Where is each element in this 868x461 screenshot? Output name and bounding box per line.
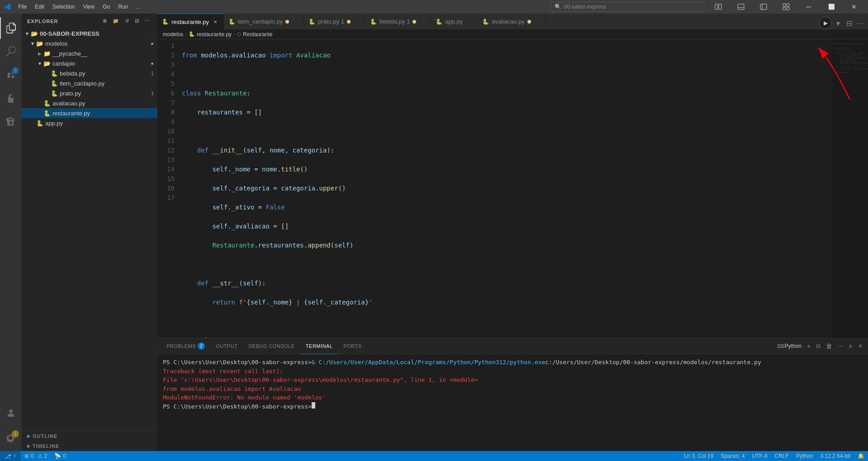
ports-label: PORTS [343, 343, 361, 349]
breadcrumb-class[interactable]: Restaurante [243, 31, 272, 38]
menu-selection[interactable]: Selection [49, 3, 78, 11]
editor-area: 🐍 restaurante.py ✕ 🐍 item_cardapio.py ✕ … [157, 14, 868, 451]
encoding-label: UTF-8 [752, 453, 768, 459]
tab-problems[interactable]: PROBLEMS 2 [161, 338, 210, 354]
tree-item-modelos[interactable]: ▼ 📂 modelos ● [22, 38, 157, 48]
menu-view[interactable]: View [79, 3, 98, 11]
terminal-content[interactable]: PS C:\Users\User\Desktop\00-sabor-expres… [157, 354, 868, 451]
activity-source-control[interactable]: 3 [0, 64, 22, 86]
tree-item-bebida[interactable]: 🐍 bebida.py 1 [22, 68, 157, 78]
python-file-icon: 🐍 [370, 19, 377, 25]
editor-content[interactable]: 12345 678910 1112131415 1617 from modelo… [157, 39, 832, 338]
toggle-panel-btn[interactable] [730, 0, 751, 14]
spaces-indicator[interactable]: Spaces: 4 [717, 451, 748, 461]
search-bar[interactable]: 🔍 00-sabor-express [550, 2, 704, 12]
close-btn[interactable]: ✕ [844, 0, 864, 14]
modified-badge: ● [151, 41, 157, 46]
encoding-indicator[interactable]: UTF-8 [749, 451, 771, 461]
maximize-btn[interactable]: ⬜ [821, 0, 842, 14]
more-tabs-btn[interactable]: ⋯ [855, 19, 864, 28]
remote-indicator[interactable]: 📡 0 [51, 451, 70, 461]
language-label: Python [796, 453, 813, 459]
code-editor[interactable]: from modelos.avaliacao import Avaliacao … [180, 39, 832, 338]
activity-extensions[interactable] [0, 111, 22, 133]
tree-root-folder[interactable]: ▼ 📂 00-SABOR-EXPRESS [22, 29, 157, 38]
python-version[interactable]: 3.12.2 64-bit [816, 451, 854, 461]
git-branch[interactable]: ⎇ ⑂ [0, 451, 21, 461]
outline-section[interactable]: ▶ OUTLINE [22, 431, 157, 441]
window-controls: ─ ⬜ ✕ [708, 0, 864, 14]
tab-debug-console[interactable]: DEBUG CONSOLE [243, 338, 300, 354]
notification-bell[interactable]: 🔔 [854, 451, 868, 461]
tree-item-pycache[interactable]: ▶ 📁 __pycache__ [22, 48, 157, 58]
run-dropdown-btn[interactable]: ▾ [834, 19, 843, 28]
breadcrumb-modelos[interactable]: modelos [163, 31, 183, 38]
timeline-section[interactable]: ▶ TIMELINE [22, 441, 157, 451]
search-icon: 🔍 [555, 4, 561, 10]
tree-item-cardapio[interactable]: ▼ 📂 cardapio ● [22, 58, 157, 68]
tree-item-app[interactable]: 🐍 app.py [22, 118, 157, 128]
sidebar: EXPLORER ⊕ 📁 ↺ ⊟ ⋯ ▼ 📂 00-SABOR-EXPRESS … [22, 14, 157, 451]
terminal-line-2: Traceback (most recent call last): [163, 367, 863, 376]
refresh-btn[interactable]: ↺ [123, 17, 131, 25]
activity-debug[interactable] [0, 88, 22, 109]
split-terminal-btn[interactable]: ⊟ [814, 342, 822, 350]
menu-more[interactable]: ... [133, 3, 144, 11]
tab-app[interactable]: 🐍 app.py ✕ [431, 14, 478, 29]
folder-open-icon: 📂 [43, 60, 51, 67]
activity-explorer[interactable] [0, 17, 22, 39]
layout-btn[interactable] [776, 0, 797, 14]
terminal-line-5: ModuleNotFoundError: No module named 'mo… [163, 393, 863, 402]
activity-account[interactable] [0, 402, 22, 424]
tab-output[interactable]: OUTPUT [210, 338, 243, 354]
activity-bar: 3 1 [0, 14, 22, 451]
tab-avaliacao[interactable]: 🐍 avaliacao.py ✕ [478, 14, 545, 29]
warning-count: 2 [44, 453, 47, 459]
tab-terminal[interactable]: TERMINAL [300, 338, 338, 354]
python-file-icon: 🐍 [228, 19, 235, 25]
more-actions-btn[interactable]: ⋯ [143, 17, 152, 25]
warning-icon: ⚠ [38, 453, 43, 459]
new-terminal-btn[interactable]: + [805, 342, 812, 351]
svg-rect-0 [715, 4, 718, 10]
more-terminal-btn[interactable]: ⋯ [836, 342, 845, 350]
activity-search[interactable] [0, 41, 22, 62]
tab-restaurante[interactable]: 🐍 restaurante.py ✕ [157, 14, 224, 29]
breadcrumb-file[interactable]: restaurante.py [197, 31, 232, 38]
new-folder-btn[interactable]: 📁 [111, 17, 121, 25]
cursor-position[interactable]: Ln 3, Col 19 [680, 451, 717, 461]
menu-edit[interactable]: Edit [31, 3, 48, 11]
python-file-icon: 🐍 [51, 70, 58, 77]
menu-go[interactable]: Go [99, 3, 114, 11]
split-editor-btn[interactable] [708, 0, 729, 14]
activity-settings[interactable]: 1 [0, 428, 22, 449]
run-button[interactable]: ▶ [819, 17, 832, 29]
close-panel-btn[interactable]: ✕ [856, 342, 864, 350]
terminal-line-1: PS C:\Users\User\Desktop\00-sabor-expres… [163, 358, 863, 367]
collapse-btn[interactable]: ⊟ [133, 17, 141, 25]
menu-run[interactable]: Run [114, 3, 132, 11]
minimize-btn[interactable]: ─ [798, 0, 819, 14]
errors-warnings[interactable]: ⊗ 0 ⚠ 2 [21, 451, 51, 461]
tree-item-avaliacao[interactable]: 🐍 avaliacao.py [22, 98, 157, 108]
tree-item-restaurante[interactable]: 🐍 restaurante.py [22, 108, 157, 118]
tree-label: prato.py [60, 90, 151, 97]
kill-terminal-btn[interactable]: 🗑 [824, 342, 834, 351]
sidebar-header-actions: ⊕ 📁 ↺ ⊟ ⋯ [101, 17, 152, 25]
language-indicator[interactable]: Python [792, 451, 816, 461]
tree-item-item-cardapio[interactable]: 🐍 item_cardapio.py [22, 78, 157, 88]
maximize-panel-btn[interactable]: ∧ [847, 342, 854, 350]
svg-rect-4 [760, 4, 767, 10]
tab-bebida[interactable]: 🐍 bebida.py 1 ✕ [365, 14, 431, 29]
broadcast-icon: 📡 [54, 453, 61, 459]
tree-item-prato[interactable]: 🐍 prato.py 1 [22, 88, 157, 98]
eol-indicator[interactable]: CRLF [771, 451, 792, 461]
tab-ports[interactable]: PORTS [338, 338, 367, 354]
split-editor-btn[interactable]: ⊟ [844, 19, 854, 28]
new-file-btn[interactable]: ⊕ [101, 17, 109, 25]
toggle-sidebar-btn[interactable] [753, 0, 774, 14]
menu-file[interactable]: File [14, 3, 30, 11]
tab-close-btn[interactable]: ✕ [212, 18, 219, 25]
tab-prato[interactable]: 🐍 prato.py 1 ✕ [304, 14, 365, 29]
tab-item-cardapio[interactable]: 🐍 item_cardapio.py ✕ [224, 14, 304, 29]
